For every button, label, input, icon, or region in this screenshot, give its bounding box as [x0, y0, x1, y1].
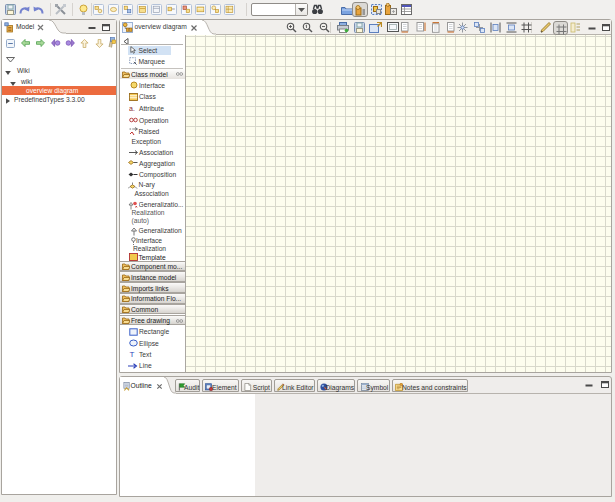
svg-text:a.: a. — [129, 105, 135, 112]
